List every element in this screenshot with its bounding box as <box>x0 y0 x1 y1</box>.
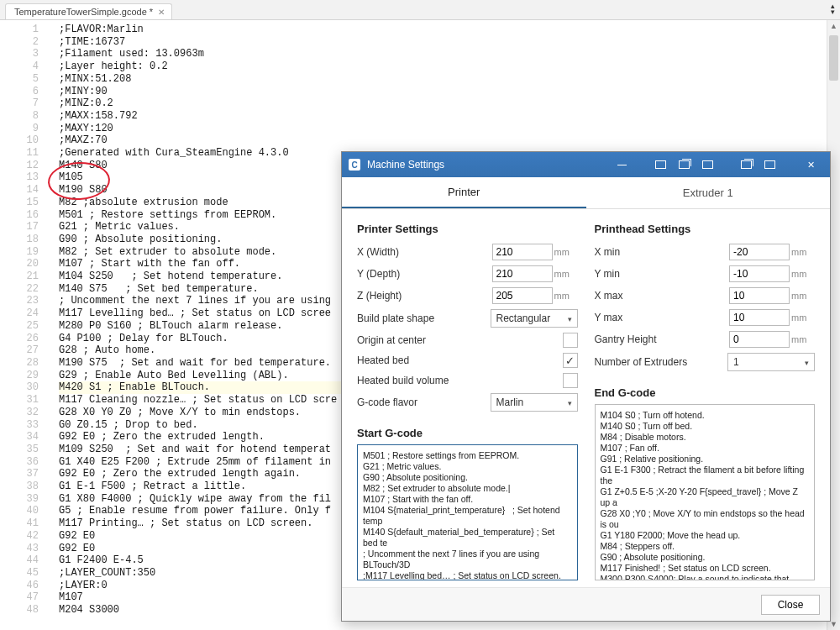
gantry-label: Gantry Height <box>595 333 730 345</box>
x-width-input[interactable] <box>492 244 553 260</box>
gcode-flavor-select[interactable]: Marlin▾ <box>491 393 578 412</box>
xmin-unit: mm <box>791 247 815 257</box>
y-depth-unit: mm <box>554 269 578 279</box>
y-depth-input[interactable] <box>492 265 553 282</box>
close-icon[interactable]: ✕ <box>158 8 165 17</box>
xmax-label: X max <box>595 290 730 302</box>
scroll-thumb[interactable] <box>829 35 838 81</box>
app-window: TemperatureTowerSimple.gcode * ✕ ▴ ▾ 123… <box>0 0 840 630</box>
heated-vol-checkbox[interactable] <box>563 373 578 388</box>
gantry-input[interactable] <box>729 331 790 348</box>
printhead-settings-title: Printhead Settings <box>595 223 816 235</box>
chevron-down-icon: ▾ <box>568 315 572 323</box>
ymin-input[interactable] <box>729 265 790 282</box>
end-gcode-title: End G-code <box>595 386 816 399</box>
window-minimize-icon[interactable] <box>610 156 633 173</box>
dialog-footer: Close <box>342 587 830 621</box>
dialog-body: Printer Settings X (Width) mm Y (Depth) … <box>342 209 830 587</box>
machine-settings-dialog: C Machine Settings ✕ Printer <box>341 151 831 622</box>
printer-settings-column: Printer Settings X (Width) mm Y (Depth) … <box>357 219 578 580</box>
start-gcode-title: Start G-code <box>357 427 578 439</box>
window-restore3-icon[interactable] <box>696 156 719 173</box>
scroll-up-arrow-icon[interactable]: ▲ <box>827 22 840 30</box>
dialog-title: Machine Settings <box>367 159 610 171</box>
z-height-unit: mm <box>554 291 578 301</box>
origin-checkbox[interactable] <box>563 333 578 348</box>
heated-bed-checkbox[interactable]: ✓ <box>563 353 578 368</box>
extruders-value: 1 <box>733 356 739 368</box>
x-width-unit: mm <box>554 247 578 257</box>
app-logo-icon: C <box>349 159 360 171</box>
editor-tab[interactable]: TemperatureTowerSimple.gcode * ✕ <box>5 3 172 19</box>
dialog-titlebar[interactable]: C Machine Settings ✕ <box>342 152 830 177</box>
close-button[interactable]: Close <box>761 595 820 615</box>
extruders-label: Number of Extruders <box>595 356 728 368</box>
chevron-down-icon: ▾ <box>568 399 572 407</box>
ymax-label: Y max <box>595 312 730 323</box>
build-plate-select[interactable]: Rectangular▾ <box>491 309 578 328</box>
end-gcode-textarea[interactable]: M104 S0 ; Turn off hotend. M140 S0 ; Tur… <box>595 404 816 580</box>
tab-overflow-button[interactable]: ▴ ▾ <box>831 3 835 15</box>
xmax-unit: mm <box>791 291 815 301</box>
window-restore5-icon[interactable] <box>758 156 781 173</box>
x-width-label: X (Width) <box>357 246 492 258</box>
y-depth-label: Y (Depth) <box>357 268 492 280</box>
printer-settings-title: Printer Settings <box>357 223 578 235</box>
start-gcode-textarea[interactable]: M501 ; Restore settings from EEPROM. G21… <box>357 444 578 580</box>
origin-label: Origin at center <box>357 334 563 346</box>
extruders-select[interactable]: 1▾ <box>727 353 815 371</box>
chevron-down-icon: ▾ <box>831 9 835 15</box>
tab-extruder1[interactable]: Extruder 1 <box>586 177 831 208</box>
z-height-input[interactable] <box>492 287 553 304</box>
window-restore4-icon[interactable] <box>734 156 758 173</box>
heated-vol-label: Heated build volume <box>357 375 563 386</box>
line-gutter: 1234567891011121314151617181920212223242… <box>0 20 49 630</box>
z-height-label: Z (Height) <box>357 290 492 302</box>
editor-tab-label: TemperatureTowerSimple.gcode * <box>14 7 153 17</box>
printhead-settings-column: Printhead Settings X min mm Y min mm X m… <box>595 219 816 580</box>
xmin-input[interactable] <box>729 244 790 260</box>
ymax-input[interactable] <box>729 309 790 326</box>
window-close-button[interactable]: ✕ <box>796 156 825 173</box>
ymin-unit: mm <box>791 269 815 279</box>
heated-bed-label: Heated bed <box>357 354 563 366</box>
gantry-unit: mm <box>791 334 815 344</box>
build-plate-value: Rectangular <box>496 312 551 324</box>
window-restore2-icon[interactable] <box>672 156 696 173</box>
gcode-flavor-label: G-code flavor <box>357 396 491 408</box>
chevron-down-icon: ▾ <box>805 359 809 367</box>
editor-tabstrip: TemperatureTowerSimple.gcode * ✕ ▴ ▾ <box>0 0 840 20</box>
dialog-tabs: Printer Extruder 1 <box>342 177 830 209</box>
ymax-unit: mm <box>791 312 815 323</box>
window-controls: ✕ <box>610 156 825 173</box>
xmax-input[interactable] <box>729 287 790 304</box>
xmin-label: X min <box>595 246 730 258</box>
tab-printer[interactable]: Printer <box>342 177 586 208</box>
window-restore1-icon[interactable] <box>648 156 672 173</box>
ymin-label: Y min <box>595 268 730 280</box>
build-plate-label: Build plate shape <box>357 312 491 324</box>
gcode-flavor-value: Marlin <box>496 396 524 408</box>
